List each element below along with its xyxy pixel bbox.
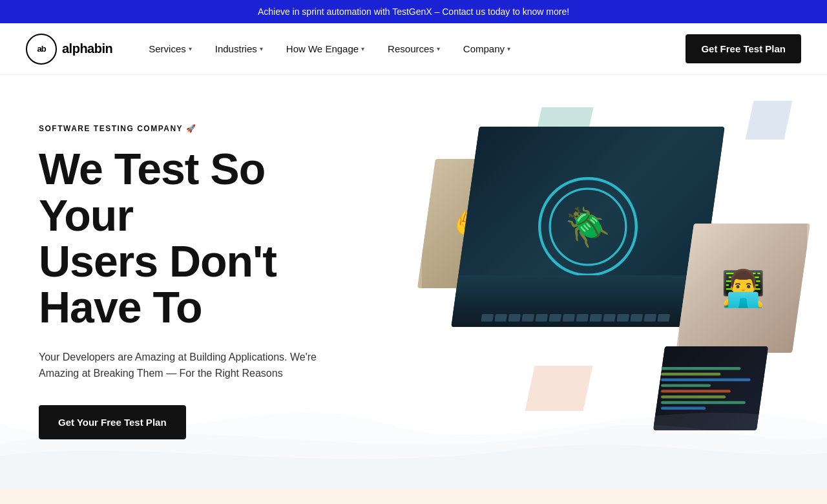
keyboard-key	[508, 314, 521, 322]
navbar: ab alphabin Services ▾ Industries ▾ How …	[0, 23, 827, 75]
chevron-down-icon: ▾	[507, 45, 510, 52]
nav-item-how-we-engage[interactable]: How We Engage ▾	[276, 38, 375, 59]
hero-content: SOFTWARE TESTING COMPANY 🚀 We Test So Yo…	[0, 85, 388, 478]
code-line	[661, 401, 746, 404]
code-line	[661, 379, 751, 381]
deco-teal-shape	[530, 107, 593, 159]
bug-inner-circle: 🪲	[549, 188, 627, 266]
nav-cta-button[interactable]: Get Free Test Plan	[686, 34, 801, 63]
bottom-band	[0, 488, 827, 504]
hero-image-hand: 🤲	[417, 159, 526, 288]
hero-title-line1: We Test So Your	[39, 144, 265, 239]
keyboard-key	[549, 314, 561, 322]
hero-subtitle: Your Developers are Amazing at Building …	[39, 349, 323, 382]
code-line	[661, 373, 720, 375]
hero-section: SOFTWARE TESTING COMPANY 🚀 We Test So Yo…	[0, 75, 827, 488]
code-line	[661, 407, 706, 410]
hero-image-bug-laptop: 🪲	[451, 127, 725, 327]
bug-circle: 🪲	[538, 177, 638, 277]
nav-label-resources: Resources	[388, 43, 434, 54]
keyboard-key	[644, 314, 656, 322]
nav-label-services: Services	[149, 43, 186, 54]
code-line	[661, 367, 740, 370]
keyboard-key	[630, 314, 643, 322]
chevron-down-icon: ▾	[437, 45, 440, 52]
keyboard-key	[616, 314, 629, 322]
keyboard-key	[521, 314, 534, 322]
hand-icon: 🤲	[454, 207, 490, 240]
hero-badge: SOFTWARE TESTING COMPANY 🚀	[39, 124, 349, 133]
logo-text: alphabin	[62, 41, 112, 56]
deco-blue-shape	[746, 101, 793, 140]
keyboard-key	[589, 314, 602, 322]
keyboard-key	[576, 314, 589, 322]
code-line	[661, 395, 726, 398]
image-collage: 🤲 🪲	[426, 94, 801, 469]
hero-image-code	[653, 346, 768, 430]
nav-label-company: Company	[463, 43, 505, 54]
hero-title: We Test So Your Users Don't Have To	[39, 146, 349, 331]
nav-item-resources[interactable]: Resources ▾	[377, 38, 450, 59]
keyboard-key	[562, 314, 575, 322]
bug-icon: 🪲	[565, 205, 611, 248]
hero-image-person: 👨‍💻	[676, 224, 810, 353]
hero-visual: 🤲 🪲	[401, 75, 827, 488]
keyboard-key	[603, 314, 616, 322]
deco-peach-shape	[525, 366, 593, 411]
hero-cta-button[interactable]: Get Your Free Test Plan	[39, 405, 186, 439]
chevron-down-icon: ▾	[189, 45, 192, 52]
keyboard-key	[535, 314, 548, 322]
keyboard-key	[494, 314, 507, 322]
hero-title-line2: Users Don't Have To	[39, 236, 277, 331]
chevron-down-icon: ▾	[260, 45, 263, 52]
nav-item-services[interactable]: Services ▾	[138, 38, 202, 59]
code-line	[661, 390, 731, 392]
keyboard-key	[481, 314, 494, 322]
code-line	[661, 384, 711, 386]
announcement-bar: Achieve in sprint automation with TestGe…	[0, 0, 827, 23]
logo-link[interactable]: ab alphabin	[26, 34, 112, 65]
nav-item-company[interactable]: Company ▾	[453, 38, 521, 59]
nav-links: Services ▾ Industries ▾ How We Engage ▾ …	[138, 38, 686, 59]
keyboard-key	[657, 314, 670, 322]
nav-item-industries[interactable]: Industries ▾	[205, 38, 273, 59]
nav-label-industries: Industries	[215, 43, 257, 54]
logo-icon: ab	[26, 34, 57, 65]
chevron-down-icon: ▾	[361, 45, 364, 52]
announcement-text: Achieve in sprint automation with TestGe…	[258, 6, 569, 17]
person-icon: 👨‍💻	[721, 268, 765, 309]
nav-label-how-we-engage: How We Engage	[286, 43, 359, 54]
keyboard-area	[451, 275, 704, 327]
